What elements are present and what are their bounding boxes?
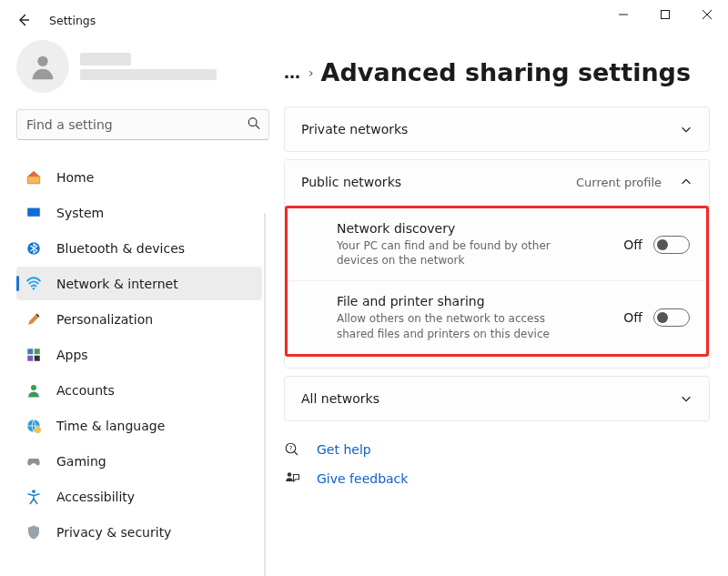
person-icon [27, 51, 58, 82]
setting-label: File and printer sharing [337, 294, 555, 308]
sidebar-item-accessibility[interactable]: Accessibility [16, 480, 262, 513]
svg-rect-7 [27, 349, 33, 354]
breadcrumb-separator-icon: › [308, 66, 314, 80]
sidebar-item-label: System [56, 206, 104, 220]
breadcrumb: … › Advanced sharing settings [284, 58, 710, 86]
toggle-value-label: Off [623, 237, 642, 252]
panel-title: Private networks [301, 122, 408, 136]
get-help-link[interactable]: ? Get help [284, 441, 710, 458]
close-icon [703, 10, 712, 19]
link-label: Get help [317, 442, 371, 457]
svg-point-13 [35, 426, 42, 433]
chevron-down-icon [680, 123, 693, 136]
sidebar-item-label: Personalization [56, 312, 153, 327]
breadcrumb-more-icon[interactable]: … [284, 63, 301, 82]
panel-tag: Current profile [576, 176, 662, 189]
give-feedback-link[interactable]: Give feedback [284, 470, 710, 487]
svg-text:?: ? [289, 445, 293, 452]
sidebar-item-home[interactable]: Home [16, 160, 262, 194]
sidebar-item-label: Accounts [56, 383, 115, 398]
toggle-value-label: Off [623, 310, 642, 325]
personalization-icon [25, 311, 42, 328]
accounts-icon [25, 382, 42, 399]
sidebar-item-personalization[interactable]: Personalization [16, 302, 262, 336]
sidebar-item-label: Privacy & security [56, 525, 171, 540]
svg-point-14 [32, 490, 35, 493]
sidebar-item-time-language[interactable]: Time & language [16, 409, 262, 442]
accessibility-icon [25, 489, 42, 505]
sidebar-item-privacy[interactable]: Privacy & security [16, 515, 262, 549]
sidebar-item-label: Bluetooth & devices [56, 241, 185, 256]
redacted-name [80, 53, 131, 66]
redacted-email [80, 69, 217, 80]
search-icon [248, 117, 260, 133]
highlighted-settings: Network discovery Your PC can find and b… [285, 206, 709, 357]
sidebar-item-bluetooth[interactable]: Bluetooth & devices [16, 231, 262, 265]
panel-private-networks[interactable]: Private networks [284, 106, 710, 152]
setting-file-printer-sharing: File and printer sharing Allow others on… [288, 280, 706, 353]
sidebar-item-label: Home [56, 170, 94, 185]
system-icon [25, 205, 42, 221]
sidebar-item-accounts[interactable]: Accounts [16, 373, 262, 407]
arrow-left-icon [16, 13, 31, 27]
home-icon [25, 169, 42, 186]
svg-point-11 [31, 385, 36, 390]
panel-all-networks[interactable]: All networks [284, 376, 710, 421]
profile-text [80, 53, 217, 80]
svg-point-1 [37, 56, 47, 66]
privacy-icon [25, 524, 42, 541]
chevron-down-icon [680, 392, 693, 405]
panel-public-header[interactable]: Public networks Current profile [285, 160, 709, 204]
minimize-icon [619, 10, 628, 19]
sidebar-item-gaming[interactable]: Gaming [16, 444, 262, 478]
panel-public-networks: Public networks Current profile Network … [284, 159, 710, 369]
maximize-button[interactable] [644, 0, 686, 29]
sidebar-item-label: Apps [56, 348, 88, 362]
feedback-icon [284, 470, 300, 487]
file-printer-sharing-toggle[interactable] [653, 308, 690, 327]
svg-rect-9 [27, 355, 33, 360]
sidebar-item-network[interactable]: Network & internet [16, 267, 262, 300]
help-icon: ? [284, 441, 300, 458]
sidebar-item-apps[interactable]: Apps [16, 338, 262, 371]
network-icon [25, 276, 42, 292]
window-controls [602, 0, 728, 36]
setting-description: Allow others on the network to access sh… [337, 311, 555, 340]
search-box[interactable] [16, 109, 269, 140]
sidebar-item-label: Time & language [56, 419, 165, 433]
apps-icon [25, 347, 42, 363]
back-button[interactable] [11, 7, 36, 33]
setting-network-discovery: Network discovery Your PC can find and b… [288, 208, 706, 280]
avatar [16, 40, 69, 93]
nav-divider [264, 213, 266, 576]
time-language-icon [25, 418, 42, 434]
titlebar: Settings [0, 0, 728, 40]
gaming-icon [25, 453, 42, 470]
svg-point-17 [288, 472, 292, 477]
close-button[interactable] [686, 0, 728, 29]
sidebar-item-system[interactable]: System [16, 196, 262, 229]
minimize-button[interactable] [602, 0, 644, 29]
bluetooth-icon [25, 240, 42, 257]
panel-title: All networks [301, 391, 379, 406]
sidebar: Home System Bluetooth & devices Network … [0, 40, 273, 576]
svg-point-2 [248, 118, 257, 126]
link-label: Give feedback [317, 471, 408, 486]
search-input[interactable] [16, 109, 269, 140]
svg-rect-3 [27, 207, 40, 216]
window-title: Settings [49, 14, 96, 27]
setting-description: Your PC can find and be found by other d… [337, 238, 555, 268]
network-discovery-toggle[interactable] [653, 236, 690, 254]
maximize-icon [661, 10, 670, 19]
page-title: Advanced sharing settings [321, 58, 691, 86]
nav-list: Home System Bluetooth & devices Network … [16, 160, 262, 549]
svg-rect-0 [662, 11, 670, 19]
chevron-up-icon [680, 176, 693, 188]
sidebar-item-label: Accessibility [56, 490, 135, 504]
sidebar-item-label: Gaming [56, 454, 106, 469]
main-content: … › Advanced sharing settings Private ne… [273, 40, 728, 576]
user-profile[interactable] [16, 40, 262, 93]
panel-title: Public networks [301, 175, 401, 189]
sidebar-item-label: Network & internet [56, 277, 178, 291]
setting-label: Network discovery [337, 221, 555, 236]
